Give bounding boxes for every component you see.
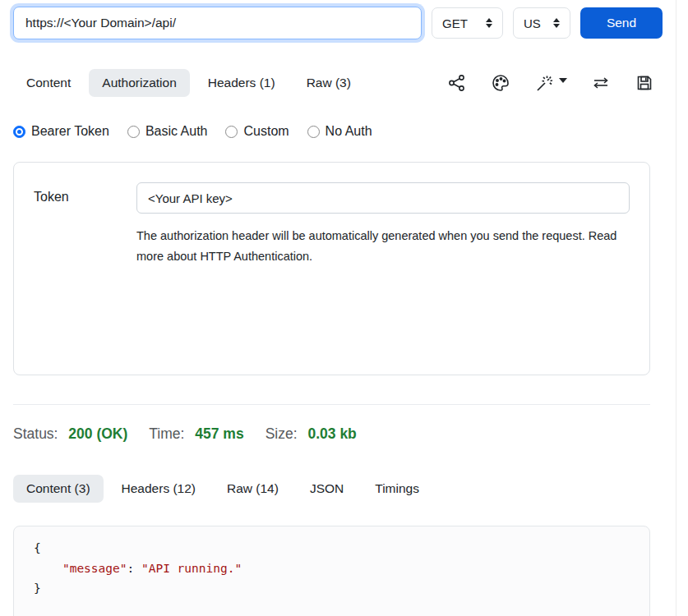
tab-authorization[interactable]: Authorization — [89, 69, 189, 97]
radio-custom[interactable]: Custom — [225, 124, 289, 139]
auth-type-options: Bearer Token Basic Auth Custom No Auth — [13, 124, 663, 139]
method-select[interactable]: GET — [432, 7, 503, 39]
request-bar: GET US Send — [13, 7, 663, 39]
radio-bearer-token[interactable]: Bearer Token — [13, 124, 109, 139]
radio-label: No Auth — [326, 124, 372, 139]
radio-icon — [13, 126, 25, 138]
tab-headers[interactable]: Headers (1) — [195, 69, 289, 97]
status-value: 200 (OK) — [68, 425, 127, 442]
tab-response-headers[interactable]: Headers (12) — [109, 475, 209, 503]
bearer-token-panel: Token The authorization header will be a… — [13, 162, 650, 375]
token-label: Token — [34, 182, 136, 267]
time-value: 457 ms — [195, 425, 243, 442]
radio-label: Bearer Token — [31, 124, 109, 139]
region-select-value: US — [524, 16, 541, 30]
size-label: Size: — [266, 425, 298, 442]
updown-arrows-icon — [553, 18, 560, 28]
json-brace: { — [34, 541, 41, 554]
url-input[interactable] — [13, 7, 422, 39]
tab-response-content[interactable]: Content (3) — [13, 475, 104, 503]
radio-icon — [307, 126, 320, 138]
token-help-text: The authorization header will be automat… — [136, 226, 630, 267]
tab-response-json[interactable]: JSON — [297, 475, 357, 503]
method-select-value: GET — [442, 16, 468, 30]
save-icon[interactable] — [635, 73, 654, 93]
magic-wand-icon[interactable] — [534, 73, 567, 93]
send-button[interactable]: Send — [580, 7, 663, 39]
json-separator: : — [127, 562, 141, 575]
share-icon[interactable] — [447, 73, 467, 93]
response-json: { "message": "API running." } — [34, 538, 630, 599]
status-label: Status: — [13, 425, 58, 442]
region-select[interactable]: US — [513, 7, 570, 39]
response-tabs: Content (3) Headers (12) Raw (14) JSON T… — [13, 475, 663, 503]
size-value: 0.03 kb — [307, 425, 356, 442]
response-status-bar: Status: 200 (OK) Time: 457 ms Size: 0.03… — [13, 425, 663, 443]
radio-icon — [127, 126, 140, 138]
response-body-panel: { "message": "API running." } — [13, 526, 650, 616]
updown-arrows-icon — [486, 18, 492, 28]
radio-basic-auth[interactable]: Basic Auth — [127, 124, 208, 139]
toolbar-icons — [447, 73, 663, 93]
request-tabs: Content Authorization Headers (1) Raw (3… — [13, 69, 663, 97]
section-divider — [13, 404, 650, 405]
tab-response-raw[interactable]: Raw (14) — [214, 475, 292, 503]
radio-label: Basic Auth — [145, 124, 208, 139]
tab-raw[interactable]: Raw (3) — [293, 69, 364, 97]
api-tester-panel: GET US Send Content Authorization Header… — [0, 0, 676, 616]
json-indent — [34, 562, 62, 575]
time-label: Time: — [149, 425, 184, 442]
tab-content[interactable]: Content — [13, 69, 84, 97]
json-value: "API running." — [141, 562, 242, 575]
chevron-down-icon — [559, 78, 567, 83]
token-input[interactable] — [136, 182, 630, 214]
json-brace: } — [34, 582, 41, 595]
swap-arrows-icon[interactable] — [591, 73, 611, 93]
radio-icon — [225, 126, 238, 138]
radio-label: Custom — [243, 124, 289, 139]
radio-no-auth[interactable]: No Auth — [307, 124, 372, 139]
json-key: "message" — [62, 562, 127, 575]
palette-icon[interactable] — [491, 73, 510, 93]
tab-response-timings[interactable]: Timings — [362, 475, 432, 503]
